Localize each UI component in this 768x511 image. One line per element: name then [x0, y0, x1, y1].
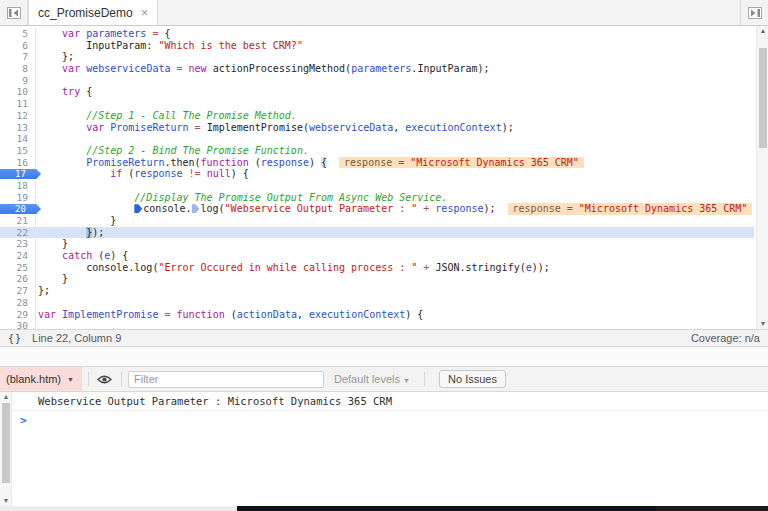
- code-text: }: [36, 238, 754, 250]
- line-number[interactable]: 15: [0, 145, 36, 157]
- console-context-selector[interactable]: (blank.htm) ▼: [0, 367, 82, 391]
- scroll-up-icon[interactable]: ▲: [0, 392, 12, 402]
- line-number[interactable]: 23: [0, 238, 36, 250]
- editor-scrollbar[interactable]: ▲ ▼: [756, 26, 768, 329]
- line-number[interactable]: 21: [0, 215, 36, 227]
- code-text: //Step 2 - Bind The Promise Function.: [36, 145, 754, 157]
- console-filter-input[interactable]: [128, 371, 324, 388]
- code-token: [38, 63, 62, 74]
- code-token: function: [177, 309, 225, 320]
- breakpoint-badge[interactable]: 20: [0, 204, 41, 215]
- line-number[interactable]: 14: [0, 133, 36, 145]
- code-line: 8 var webserviceData = new actionProcess…: [0, 63, 754, 75]
- inline-breakpoint-candidate-icon[interactable]: [192, 204, 200, 213]
- console-scrollbar[interactable]: ▲ ▼: [0, 392, 12, 506]
- line-number[interactable]: 16: [0, 157, 36, 169]
- code-token: ): [309, 157, 321, 168]
- code-token: response: [134, 168, 182, 179]
- editor-scrollbar-thumb[interactable]: [759, 48, 767, 148]
- line-number[interactable]: 9: [0, 75, 36, 87]
- drawer-gap: [0, 347, 768, 366]
- code-token: //Step 2 - Bind The Promise Function.: [86, 145, 309, 156]
- taskbar-segment: [237, 506, 656, 511]
- code-token: ,: [297, 309, 309, 320]
- toolbar-divider: [88, 372, 89, 386]
- code-token: {: [321, 157, 327, 168]
- code-token: parameters: [351, 63, 411, 74]
- breakpoint-badge[interactable]: 17: [0, 169, 41, 180]
- console-scrollbar-thumb[interactable]: [2, 403, 10, 483]
- line-number[interactable]: 22: [0, 227, 36, 239]
- pretty-print-icon[interactable]: {}: [8, 333, 22, 344]
- taskbar-edge: [0, 506, 768, 511]
- line-number[interactable]: 20: [0, 203, 36, 215]
- code-token: if: [110, 168, 122, 179]
- tab-close-icon[interactable]: ×: [141, 5, 149, 20]
- live-expression-eye-icon[interactable]: [95, 374, 115, 385]
- code-line: 13 var PromiseReturn = ImplementPromise(…: [0, 122, 754, 134]
- source-editor[interactable]: 5 var parameters = {6 InputParam: "Which…: [0, 26, 768, 329]
- code-token: .then(: [164, 157, 200, 168]
- scroll-up-icon[interactable]: ▲: [757, 26, 768, 36]
- line-number[interactable]: 30: [0, 320, 36, 329]
- inline-value-text: =: [561, 203, 579, 214]
- code-token: webserviceData: [86, 63, 170, 74]
- line-number[interactable]: 12: [0, 110, 36, 122]
- code-line: 27};: [0, 285, 754, 297]
- code-token: {: [80, 86, 92, 97]
- code-line: 28: [0, 297, 754, 309]
- editor-status-bar: {} Line 22, Column 9 Coverage: n/a: [0, 329, 768, 347]
- code-line: 11: [0, 98, 754, 110]
- scroll-down-icon[interactable]: ▼: [757, 319, 768, 329]
- code-text: var PromiseReturn = ImplementPromise(web…: [36, 122, 754, 134]
- line-number[interactable]: 6: [0, 40, 36, 52]
- line-number[interactable]: 28: [0, 297, 36, 309]
- code-token: parameters: [86, 28, 146, 39]
- no-issues-button[interactable]: No Issues: [439, 370, 506, 388]
- code-line: 9: [0, 75, 754, 87]
- code-token: ) {: [110, 250, 128, 261]
- line-number[interactable]: 11: [0, 98, 36, 110]
- line-number[interactable]: 8: [0, 63, 36, 75]
- code-line: 10 try {: [0, 86, 754, 98]
- console-prompt-row[interactable]: >: [13, 411, 768, 430]
- coverage-status: Coverage: n/a: [691, 332, 760, 344]
- code-text: InputParam: "Which is the best CRM?": [36, 40, 754, 52]
- console-prompt-icon: >: [20, 414, 27, 427]
- code-token: executionContext: [405, 122, 501, 133]
- line-number[interactable]: 18: [0, 180, 36, 192]
- code-text: [36, 75, 754, 87]
- code-token: }: [38, 238, 68, 249]
- line-number[interactable]: 19: [0, 192, 36, 204]
- code-token: null: [207, 168, 231, 179]
- code-token: ) {: [231, 168, 249, 179]
- code-text: [36, 297, 754, 309]
- line-number[interactable]: 26: [0, 273, 36, 285]
- code-token: );: [484, 203, 496, 214]
- tab-cc-promisedemo[interactable]: cc_PromiseDemo ×: [28, 0, 158, 25]
- inline-value-text: "Microsoft Dynamics 365 CRM": [410, 157, 579, 168]
- log-levels-dropdown[interactable]: Default levels ▼: [334, 373, 410, 385]
- devtools-window: cc_PromiseDemo × 5 var parameters = {6 I…: [0, 0, 768, 511]
- code-token: actionData: [237, 309, 297, 320]
- code-token: console.: [143, 203, 191, 214]
- line-number[interactable]: 13: [0, 122, 36, 134]
- scroll-down-icon[interactable]: ▼: [0, 496, 12, 506]
- line-number[interactable]: 24: [0, 250, 36, 262]
- line-number[interactable]: 10: [0, 86, 36, 98]
- line-number[interactable]: 5: [0, 28, 36, 40]
- inline-value-text: =: [392, 157, 410, 168]
- code-token: var: [62, 63, 80, 74]
- show-debugger-sidebar-icon[interactable]: [740, 0, 768, 25]
- code-token: ImplementPromise(: [201, 122, 309, 133]
- code-token: JSON.stringify(: [429, 262, 525, 273]
- hide-navigator-icon[interactable]: [0, 0, 28, 25]
- line-number[interactable]: 17: [0, 168, 36, 180]
- line-number[interactable]: 29: [0, 309, 36, 321]
- line-number[interactable]: 25: [0, 262, 36, 274]
- code-token: }: [38, 273, 68, 284]
- line-number[interactable]: 7: [0, 51, 36, 63]
- inline-breakpoint-set-icon[interactable]: [134, 204, 142, 213]
- code-token: ,: [393, 122, 405, 133]
- line-number[interactable]: 27: [0, 285, 36, 297]
